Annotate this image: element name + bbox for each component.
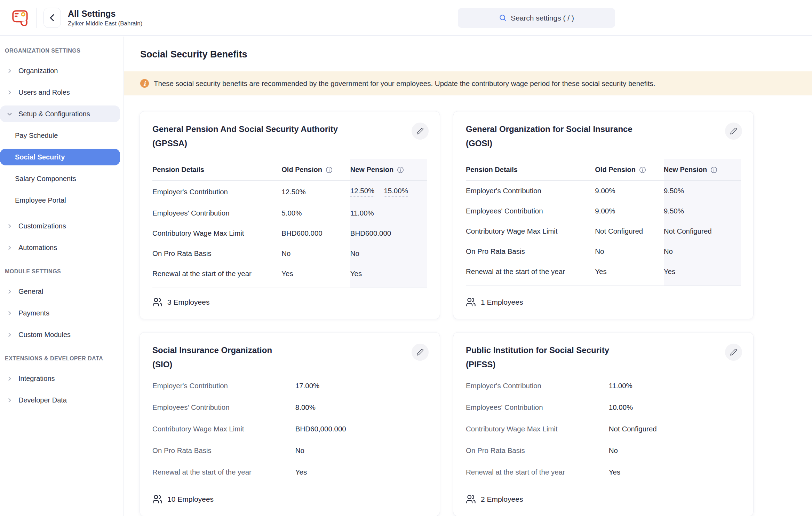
sidebar-item-customizations[interactable]: Customizations [0,218,120,234]
new-pension-value: 12.50% 15.00% [350,181,427,203]
list-item: Renewal at the start of the yearYes [152,463,427,481]
column-label: New Pension [350,166,393,174]
old-pension-info-icon[interactable] [325,166,333,174]
row-label: Renewal at the start of the year [466,261,595,286]
sidebar-item-custom-modules[interactable]: Custom Modules [0,326,120,343]
page-header-title: All Settings [68,8,142,19]
benefit-cards-grid: General Pension And Social Security Auth… [124,95,812,516]
table-row: Renewal at the start of the year Yes Yes [152,264,427,288]
sidebar-item-general[interactable]: General [0,283,120,300]
new-pension-value: No [664,241,741,261]
pencil-icon [416,127,424,135]
sidebar-item-label: Customizations [18,222,66,230]
edit-pifss-button[interactable] [725,344,742,361]
pencil-icon [730,349,737,356]
main-content: Social Security Benefits i These social … [124,37,812,516]
card-title: General Pension And Social Security Auth… [152,122,427,150]
old-pension-info-icon[interactable] [639,166,646,174]
sidebar-item-developer-data[interactable]: Developer Data [0,392,120,408]
search-settings-input[interactable]: Search settings ( / ) [458,8,615,28]
sidebar-item-organization[interactable]: Organization [0,62,120,79]
new-pension-info-icon[interactable] [397,166,404,174]
column-old-pension: Old Pension [595,159,664,181]
sidebar-item-label: Pay Schedule [15,132,58,140]
old-pension-value: No [595,241,664,261]
page-title: Social Security Benefits [140,49,812,60]
card-title-line2: (GPSSA) [152,139,187,148]
table-row: Renewal at the start of the year Yes Yes [466,261,741,286]
new-pension-value: Yes [664,261,741,286]
search-placeholder-text: Search settings ( / ) [511,14,574,22]
sidebar-item-users-and-roles[interactable]: Users and Roles [0,84,120,101]
column-pension-details: Pension Details [152,159,281,181]
old-pension-value: 5.00% [281,203,350,223]
settings-sidebar: ORGANIZATION SETTINGS Organization Users… [0,37,124,516]
edit-sio-button[interactable] [412,344,429,361]
users-icon [152,297,162,307]
card-title-line1: Social Insurance Organization [152,345,272,355]
new-pension-value: 9.50% [664,181,741,201]
chevron-right-icon [7,397,13,403]
employees-count-label: 2 Employees [481,495,523,503]
pension-table: Pension Details Old Pension New Pension [466,159,741,286]
list-item: Contributory Wage Max LimitBHD60,000.000 [152,420,427,438]
sidebar-item-integrations[interactable]: Integrations [0,370,120,387]
row-value: No [609,446,618,455]
row-label: On Pro Rata Basis [466,241,595,261]
row-value: 17.00% [295,382,320,390]
row-value: 11.00% [609,382,632,390]
back-button[interactable] [43,8,61,28]
card-gosi: General Organization for Social Insuranc… [453,111,754,319]
table-header-row: Pension Details Old Pension New Pension [466,159,741,181]
row-label: Employer's Contribution [466,382,609,390]
row-label: Employees' Contribution [152,203,281,223]
employees-count-label: 3 Employees [167,298,209,306]
sidebar-item-employee-portal[interactable]: Employee Portal [0,192,120,209]
sidebar-item-social-security[interactable]: Social Security [0,149,120,165]
chevron-right-icon [7,289,13,295]
new-pension-value: BHD600.000 [350,223,427,243]
sidebar-item-label: Employee Portal [15,196,66,204]
new-pension-info-icon[interactable] [710,166,718,174]
sidebar-item-setup-configurations[interactable]: Setup & Configurations [0,105,120,122]
list-item: Employees' Contribution8.00% [152,399,427,416]
chevron-down-icon [7,111,13,117]
employees-count-label: 10 Employees [167,495,214,503]
edit-gosi-button[interactable] [725,123,742,140]
new-pension-value-current[interactable]: 12.50% [350,187,375,197]
old-pension-value: Yes [595,261,664,286]
chevron-right-icon [7,310,13,316]
sidebar-item-salary-components[interactable]: Salary Components [0,170,120,187]
new-pension-value-upcoming[interactable]: 15.00% [384,187,408,197]
row-label: Contributory Wage Max Limit [466,221,595,241]
edit-gpssa-button[interactable] [412,123,429,140]
new-pension-value: No [350,243,427,264]
sidebar-item-automations[interactable]: Automations [0,239,120,256]
column-pension-details: Pension Details [466,159,595,181]
chevron-right-icon [7,332,13,338]
list-item: Employees' Contribution10.00% [466,399,741,416]
payroll-app-logo-icon [11,9,30,26]
table-row: On Pro Rata Basis No No [152,243,427,264]
column-new-pension: New Pension [350,159,427,181]
section-module-settings: MODULE SETTINGS [0,268,123,275]
row-label: Employees' Contribution [152,403,295,412]
list-item: On Pro Rata BasisNo [152,442,427,459]
column-old-pension: Old Pension [281,159,350,181]
card-title-line1: Public Institution for Social Security [466,345,609,355]
sidebar-item-payments[interactable]: Payments [0,305,120,321]
header-divider [36,8,37,28]
row-label: Renewal at the start of the year [152,264,281,288]
row-label: Contributory Wage Max Limit [466,425,609,433]
benefit-details-list: Employer's Contribution11.00% Employees'… [466,377,741,485]
sidebar-item-pay-schedule[interactable]: Pay Schedule [0,127,120,144]
chevron-right-icon [7,223,13,229]
card-title-line2: (SIO) [152,360,172,369]
row-label: On Pro Rata Basis [466,446,609,455]
section-organization-settings: ORGANIZATION SETTINGS [0,48,123,54]
row-value: Not Configured [609,425,657,433]
card-title-line1: General Pension And Social Security Auth… [152,124,338,134]
card-sio: Social Insurance Organization (SIO) Empl… [140,332,440,516]
sidebar-item-label: Social Security [15,153,65,161]
card-title: Public Institution for Social Security (… [466,343,741,372]
